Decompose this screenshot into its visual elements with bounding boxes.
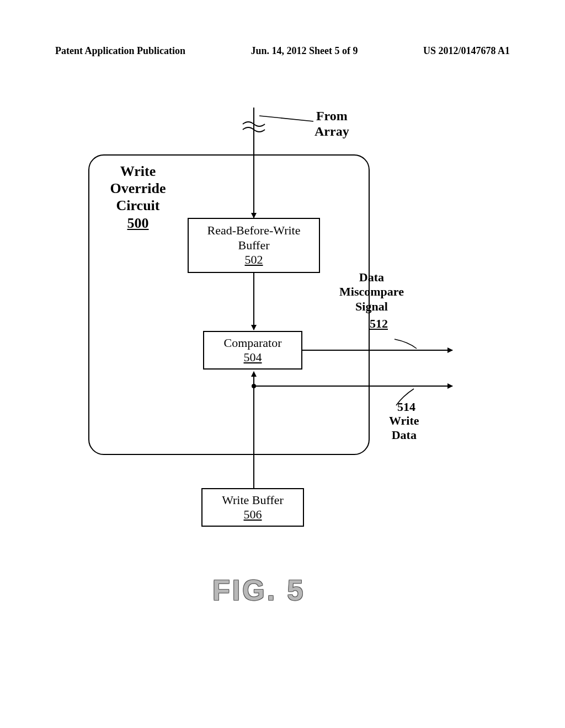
block-label: Read-Before-Write bbox=[207, 223, 301, 238]
write-data-label: Write Data bbox=[389, 414, 419, 443]
label-line: Write bbox=[389, 414, 419, 428]
ref-500: 500 bbox=[94, 215, 182, 232]
header-center: Jun. 14, 2012 Sheet 5 of 9 bbox=[250, 45, 358, 57]
ref-506: 506 bbox=[244, 507, 262, 522]
from-array-label: From Array bbox=[315, 109, 349, 139]
title-line: Override bbox=[94, 180, 182, 197]
write-buffer-block: Write Buffer 506 bbox=[201, 488, 304, 527]
block-label: Comparator bbox=[223, 336, 281, 350]
figure-caption: FIG. 5 bbox=[212, 574, 305, 607]
ref-512: 512 bbox=[370, 317, 388, 331]
leader-from-array bbox=[259, 116, 313, 121]
page-header: Patent Application Publication Jun. 14, … bbox=[55, 45, 510, 57]
title-line: Write bbox=[94, 163, 182, 180]
label-line: Data bbox=[389, 428, 419, 442]
label-line: Array bbox=[315, 124, 349, 140]
header-right: US 2012/0147678 A1 bbox=[423, 45, 510, 57]
label-line: From bbox=[315, 109, 349, 124]
label-line: Signal bbox=[339, 299, 404, 314]
ref-502: 502 bbox=[245, 253, 263, 267]
label-line: Miscompare bbox=[339, 285, 404, 299]
data-miscompare-signal-label: Data Miscompare Signal bbox=[339, 270, 404, 314]
figure-5-diagram: Write Override Circuit 500 Read-Before-W… bbox=[55, 99, 519, 596]
ref-514: 514 bbox=[397, 400, 415, 414]
read-before-write-buffer-block: Read-Before-Write Buffer 502 bbox=[188, 218, 320, 273]
label-line: Data bbox=[339, 270, 404, 285]
block-label: Buffer bbox=[238, 238, 269, 253]
comparator-block: Comparator 504 bbox=[203, 331, 302, 370]
title-line: Circuit bbox=[94, 197, 182, 214]
write-override-title: Write Override Circuit 500 bbox=[94, 163, 182, 232]
block-label: Write Buffer bbox=[222, 493, 284, 507]
leader-512 bbox=[395, 339, 417, 349]
ref-504: 504 bbox=[244, 350, 262, 365]
header-left: Patent Application Publication bbox=[55, 45, 185, 57]
